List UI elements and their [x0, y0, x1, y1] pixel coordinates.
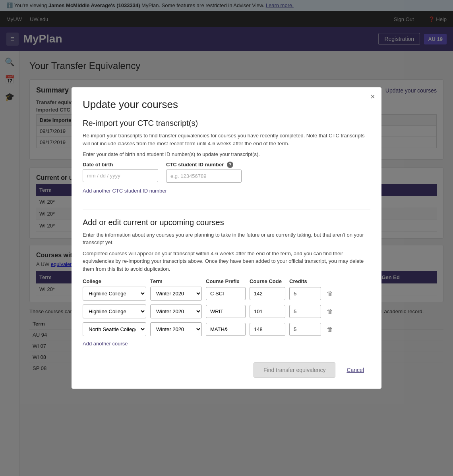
code-input-2[interactable]: [250, 305, 285, 318]
prefix-input-2[interactable]: [206, 305, 246, 318]
delete-row-2-button[interactable]: 🗑: [325, 306, 335, 317]
add-ctc-link[interactable]: Add another CTC student ID number: [83, 188, 167, 194]
dob-group: Date of birth: [83, 162, 158, 182]
reimport-title: Re-import your CTC transcript(s): [83, 119, 370, 128]
course-row-2: Highline College North Seattle College S…: [83, 304, 370, 318]
dob-label: Date of birth: [83, 162, 158, 168]
ctc-id-label: CTC student ID number ?: [166, 162, 242, 168]
add-edit-desc1: Enter the information about any courses …: [83, 231, 370, 247]
ctc-id-group: CTC student ID number ?: [166, 162, 242, 183]
course-row-1: Highline College North Seattle College S…: [83, 287, 370, 301]
code-input-1[interactable]: [250, 287, 285, 300]
prefix-header: Course Prefix: [206, 278, 246, 284]
term-select-1[interactable]: Winter 2020 Spring 2020 Autumn 2020: [150, 287, 202, 301]
prefix-input-3[interactable]: [206, 323, 246, 336]
course-col-headers: College Term Course Prefix Course Code C…: [83, 278, 370, 284]
credits-input-3[interactable]: [289, 323, 321, 336]
term-header: Term: [150, 278, 202, 284]
prefix-input-1[interactable]: [206, 287, 246, 300]
add-edit-title: Add or edit current or upcoming courses: [83, 218, 370, 227]
college-select-1[interactable]: Highline College North Seattle College S…: [83, 287, 146, 301]
delete-row-3-button[interactable]: 🗑: [325, 324, 335, 335]
ctc-help-icon[interactable]: ?: [227, 162, 233, 168]
credits-input-1[interactable]: [289, 287, 321, 300]
term-select-3[interactable]: Winter 2020 Spring 2020 Autumn 2020: [150, 322, 202, 336]
college-select-2[interactable]: Highline College North Seattle College S…: [83, 304, 146, 318]
code-input-3[interactable]: [250, 323, 285, 336]
cancel-button[interactable]: Cancel: [340, 362, 370, 378]
modal-title: Update your courses: [83, 98, 370, 111]
modal-close-button[interactable]: ×: [370, 92, 375, 101]
delete-row-1-button[interactable]: 🗑: [325, 289, 335, 299]
modal-overlay: × Update your courses Re-import your CTC…: [0, 0, 453, 476]
ctc-id-input[interactable]: [166, 170, 242, 183]
course-row-3: Highline College North Seattle College S…: [83, 322, 370, 336]
modal-divider: [83, 210, 370, 210]
credits-header: Credits: [289, 278, 321, 284]
add-another-course-link[interactable]: Add another course: [83, 341, 128, 347]
college-select-3[interactable]: Highline College North Seattle College S…: [83, 322, 146, 336]
reimport-desc2: Enter your date of birth and student ID …: [83, 150, 370, 158]
add-edit-desc2: Completed courses will appear on your tr…: [83, 250, 370, 273]
college-header: College: [83, 278, 146, 284]
dob-ctc-row: Date of birth CTC student ID number ?: [83, 162, 370, 183]
modal-dialog: × Update your courses Re-import your CTC…: [72, 87, 381, 389]
code-header: Course Code: [250, 278, 285, 284]
find-equivalency-button[interactable]: Find transfer equivalency: [254, 362, 335, 378]
term-select-2[interactable]: Winter 2020 Spring 2020 Autumn 2020: [150, 304, 202, 318]
reimport-desc1: Re-import your transcripts to find trans…: [83, 132, 370, 147]
dob-input[interactable]: [83, 169, 158, 182]
credits-input-2[interactable]: [289, 305, 321, 318]
modal-footer: Find transfer equivalency Cancel: [83, 362, 370, 378]
